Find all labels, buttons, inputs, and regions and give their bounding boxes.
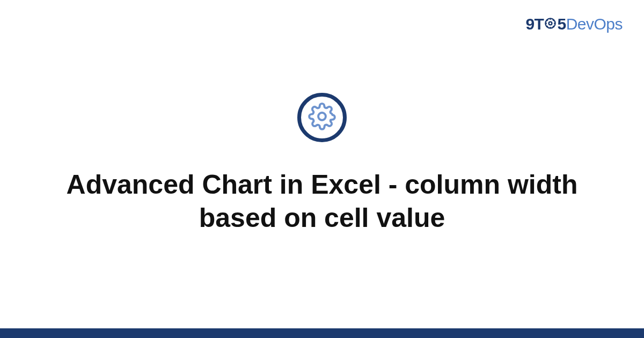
gear-icon (308, 102, 336, 133)
footer-accent-bar (0, 328, 644, 338)
gear-badge (297, 93, 347, 142)
svg-point-10 (318, 113, 326, 120)
main-content: Advanced Chart in Excel - column width b… (0, 0, 644, 338)
page-title: Advanced Chart in Excel - column width b… (64, 168, 580, 235)
